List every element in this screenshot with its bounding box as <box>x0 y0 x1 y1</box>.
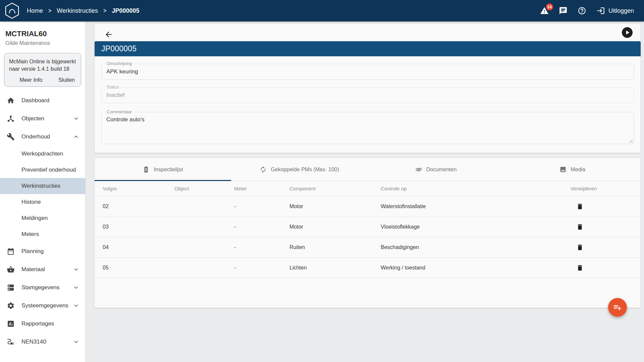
notice-close-button[interactable]: Sluiten <box>58 77 75 83</box>
status-input <box>106 92 629 99</box>
cell-volgnr: 04 <box>103 244 174 250</box>
basket-icon <box>7 265 15 274</box>
cell-volgnr: 03 <box>103 224 174 230</box>
alerts-warning-icon[interactable]: 24 <box>540 6 549 15</box>
cell-component: Motor <box>289 224 381 230</box>
sidebar-item-meldingen[interactable]: Meldingen <box>0 210 85 226</box>
record-title: JP000005 <box>101 44 137 53</box>
chevron-down-icon <box>73 266 79 273</box>
sidebar-item-materiaal[interactable]: Materiaal <box>0 260 85 279</box>
tab-documenten[interactable]: Documenten <box>368 158 504 181</box>
resize-handle[interactable] <box>629 139 633 143</box>
col-controle-op: Controle op <box>381 186 571 191</box>
record-header: JP000005 <box>95 41 641 56</box>
sidebar-item-werkinstructies[interactable]: Werkinstructies <box>0 178 85 194</box>
sidebar-item-planning[interactable]: Planning <box>0 242 85 260</box>
tab-label: Media <box>571 167 585 173</box>
logout-button[interactable]: Uitloggen <box>596 6 634 15</box>
sidebar-item-dashboard[interactable]: Dashboard <box>0 92 85 110</box>
messages-chat-icon[interactable] <box>559 6 568 15</box>
main-content: JP000005 Omschrijving Status Commentaar … <box>85 21 644 362</box>
tab-gekoppelde-pms[interactable]: Gekoppelde PMs (Max. 100) <box>231 158 368 181</box>
gear-icon <box>7 302 15 310</box>
add-inspection-item-fab[interactable] <box>608 298 627 317</box>
object-tree-icon <box>7 115 15 123</box>
omschrijving-field: Omschrijving <box>101 64 634 80</box>
table-row: 03 - Motor Vloeistoflekkage <box>95 217 641 237</box>
mcmain-logo-icon <box>5 2 19 19</box>
sidebar: MCTRIAL60 Gilde Maintenance McMain Onlin… <box>0 21 85 362</box>
cell-meter: - <box>234 265 289 271</box>
sidebar-item-rapportages[interactable]: Rapportages <box>0 315 85 333</box>
tab-bar: Inspectielijst Gekoppelde PMs (Max. 100)… <box>95 158 641 181</box>
cell-component: Ruiten <box>289 244 381 250</box>
commentaar-textarea[interactable]: Controle auto's <box>106 116 629 140</box>
alerts-count-badge: 24 <box>546 3 553 10</box>
logout-label: Uitloggen <box>608 7 634 14</box>
notice-more-info-button[interactable]: Meer Info <box>19 77 42 83</box>
commentaar-label: Commentaar <box>105 110 133 114</box>
cell-controle: Werking / toestand <box>381 265 571 271</box>
cell-volgnr: 05 <box>103 265 174 271</box>
sidebar-menu: Dashboard Objecten Onderhoud Werkopdrach… <box>0 92 85 351</box>
cell-meter: - <box>234 224 289 230</box>
attachment-icon <box>415 166 422 173</box>
company-name: Gilde Maintenance <box>5 40 80 46</box>
table-row: 05 - Lichten Werking / toestand <box>95 258 641 278</box>
sidebar-item-stamgegevens[interactable]: Stamgegevens <box>0 279 85 297</box>
chevron-up-icon <box>73 134 79 140</box>
sidebar-item-onderhoud[interactable]: Onderhoud <box>0 128 85 146</box>
sidebar-item-preventief-onderhoud[interactable]: Preventief onderhoud <box>0 162 85 178</box>
breadcrumb-separator: > <box>103 7 106 14</box>
start-button[interactable] <box>622 27 633 38</box>
omschrijving-label: Omschrijving <box>105 61 133 66</box>
trash-icon <box>576 203 584 210</box>
inspection-list-icon <box>143 166 150 173</box>
commentaar-field: Commentaar Controle auto's <box>101 112 634 144</box>
logout-icon <box>596 6 605 15</box>
omschrijving-input[interactable] <box>106 68 629 75</box>
breadcrumb-werkinstructies[interactable]: Werkinstructies <box>57 7 98 14</box>
chevron-down-icon <box>73 339 79 345</box>
tab-label: Inspectielijst <box>154 167 183 173</box>
delete-row-button[interactable] <box>575 222 585 232</box>
chevron-down-icon <box>73 285 79 291</box>
wrench-icon <box>7 133 15 141</box>
sidebar-item-systeemgegevens[interactable]: Systeemgegevens <box>0 297 85 315</box>
breadcrumb-home[interactable]: Home <box>27 7 43 14</box>
tab-label: Documenten <box>426 167 457 173</box>
breadcrumb-separator: > <box>48 7 51 14</box>
tab-label: Gekoppelde PMs (Max. 100) <box>271 167 339 173</box>
back-button[interactable] <box>102 28 115 41</box>
sidebar-item-meters[interactable]: Meters <box>0 226 85 242</box>
account-name: MCTRIAL60 <box>5 29 80 38</box>
cell-component: Lichten <box>289 265 381 271</box>
play-icon <box>622 27 633 38</box>
sidebar-item-historie[interactable]: Historie <box>0 194 85 210</box>
playlist-add-icon <box>613 303 622 312</box>
status-field: Status <box>101 87 634 103</box>
cell-volgnr: 02 <box>103 203 174 209</box>
cell-controle: Beschadigingen <box>381 244 571 250</box>
trash-icon <box>576 223 584 231</box>
col-verwijderen: Verwijderen <box>571 186 633 191</box>
update-notice: McMain Online is bijgewerkt naar versie … <box>4 53 81 87</box>
tab-inspectielijst[interactable]: Inspectielijst <box>95 158 231 181</box>
trash-icon <box>576 264 584 272</box>
arrow-back-icon <box>104 30 113 39</box>
sidebar-item-nen3140[interactable]: NEN3140 <box>0 333 85 351</box>
tab-media[interactable]: Media <box>504 158 641 181</box>
delete-row-button[interactable] <box>575 263 585 273</box>
col-object: Object <box>174 186 234 191</box>
delete-row-button[interactable] <box>575 202 585 211</box>
table-row: 04 - Ruiten Beschadigingen <box>95 237 641 258</box>
help-icon[interactable] <box>578 6 586 15</box>
table-header-row: Volgnr. Object Meter Component Controle … <box>95 181 641 196</box>
sidebar-item-werkopdrachten[interactable]: Werkopdrachten <box>0 146 85 162</box>
delete-row-button[interactable] <box>575 243 585 252</box>
sidebar-item-objecten[interactable]: Objecten <box>0 110 85 128</box>
sync-icon <box>260 166 267 173</box>
cell-controle: Vloeistoflekkage <box>381 224 571 230</box>
chevron-down-icon <box>73 303 79 309</box>
update-notice-text: McMain Online is bijgewerkt naar versie … <box>9 58 76 72</box>
